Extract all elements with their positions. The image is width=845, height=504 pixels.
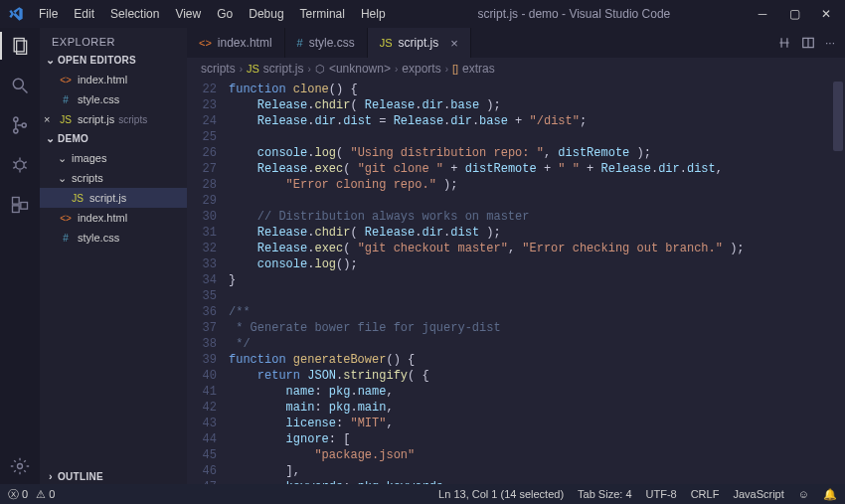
- line-number-gutter: 2223242526272829303132333435363738394041…: [187, 80, 229, 484]
- menu-bar: File Edit Selection View Go Debug Termin…: [32, 5, 393, 23]
- status-eol[interactable]: CRLF: [691, 488, 720, 500]
- svg-point-2: [13, 79, 23, 88]
- chevron-down-icon: ⌄: [58, 172, 72, 185]
- svg-point-6: [22, 123, 26, 127]
- svg-rect-15: [13, 206, 20, 213]
- section-label: OUTLINE: [58, 471, 103, 482]
- status-errors[interactable]: ⓧ 0: [8, 487, 28, 502]
- sidebar-explorer: EXPLORER ⌄ OPEN EDITORS <>index.html #st…: [40, 28, 187, 484]
- menu-debug[interactable]: Debug: [242, 5, 290, 23]
- menu-file[interactable]: File: [32, 5, 65, 23]
- file-script-js[interactable]: JSscript.js: [40, 188, 187, 208]
- breadcrumb-item[interactable]: <unknown>: [329, 62, 391, 76]
- symbol-array-icon: []: [452, 63, 458, 75]
- more-actions-icon[interactable]: ···: [825, 36, 835, 50]
- code-editor[interactable]: 2223242526272829303132333435363738394041…: [187, 80, 845, 484]
- file-name: index.html: [78, 212, 127, 224]
- feedback-icon[interactable]: ☺: [798, 488, 809, 500]
- status-lncol[interactable]: Ln 13, Col 1 (14 selected): [438, 488, 564, 500]
- window-title: script.js - demo - Visual Studio Code: [393, 7, 756, 21]
- notifications-icon[interactable]: 🔔: [823, 488, 837, 501]
- status-warnings[interactable]: ⚠ 0: [36, 488, 55, 501]
- debug-icon[interactable]: [8, 153, 32, 177]
- tab-style-css[interactable]: #style.css: [285, 28, 368, 58]
- folder-images[interactable]: ⌄images: [40, 148, 187, 168]
- window-controls: ─ ▢ ✕: [756, 7, 833, 21]
- status-tabsize[interactable]: Tab Size: 4: [578, 488, 631, 500]
- chevron-down-icon: ⌄: [58, 152, 72, 165]
- breadcrumb[interactable]: scripts › JS script.js › ⬡ <unknown> › e…: [187, 58, 845, 80]
- code-content[interactable]: function clone() { Release.chdir( Releas…: [229, 80, 845, 484]
- tab-index-html[interactable]: <>index.html: [187, 28, 285, 58]
- search-icon[interactable]: [8, 74, 32, 97]
- css-file-icon: #: [58, 94, 74, 105]
- css-file-icon: #: [58, 233, 74, 244]
- settings-gear-icon[interactable]: [8, 454, 32, 478]
- explorer-icon[interactable]: [8, 34, 32, 58]
- chevron-right-icon: ›: [240, 64, 243, 75]
- file-index-html[interactable]: <>index.html: [40, 208, 187, 228]
- section-open-editors[interactable]: ⌄ OPEN EDITORS: [40, 52, 187, 69]
- extensions-icon[interactable]: [8, 193, 32, 217]
- editor-actions: ···: [767, 28, 845, 58]
- vscode-logo-icon: [8, 6, 24, 22]
- chevron-right-icon: ›: [44, 470, 58, 482]
- file-hint: scripts: [118, 114, 147, 125]
- chevron-right-icon: ›: [445, 64, 448, 75]
- tab-script-js[interactable]: JSscript.js×: [368, 28, 471, 58]
- svg-point-4: [14, 117, 18, 121]
- svg-line-3: [23, 88, 28, 93]
- css-file-icon: #: [297, 37, 303, 49]
- editor-group: <>index.html #style.css JSscript.js× ···…: [187, 28, 845, 484]
- close-icon[interactable]: ×: [450, 36, 458, 51]
- file-name: script.js: [89, 192, 126, 204]
- status-language[interactable]: JavaScript: [733, 488, 783, 500]
- status-encoding[interactable]: UTF-8: [646, 488, 677, 500]
- menu-edit[interactable]: Edit: [67, 5, 101, 23]
- file-name: script.js: [78, 113, 114, 125]
- open-editor-item[interactable]: <>index.html: [40, 70, 187, 89]
- section-demo[interactable]: ⌄ DEMO: [40, 130, 187, 147]
- chevron-down-icon: ⌄: [44, 132, 58, 145]
- maximize-button[interactable]: ▢: [787, 7, 801, 21]
- svg-rect-16: [21, 203, 28, 210]
- breadcrumb-item[interactable]: extras: [462, 62, 495, 76]
- html-file-icon: <>: [58, 75, 74, 85]
- js-file-icon: JS: [380, 37, 393, 49]
- compare-changes-icon[interactable]: [777, 36, 791, 50]
- tab-label: script.js: [399, 36, 439, 50]
- svg-line-11: [13, 167, 16, 169]
- folder-name: images: [72, 152, 106, 164]
- menu-terminal[interactable]: Terminal: [293, 5, 352, 23]
- open-editor-item[interactable]: #style.css: [40, 89, 187, 109]
- chevron-down-icon: ⌄: [44, 54, 58, 67]
- svg-rect-14: [13, 198, 20, 205]
- menu-go[interactable]: Go: [210, 5, 240, 23]
- file-name: index.html: [78, 74, 127, 85]
- folder-scripts[interactable]: ⌄scripts: [40, 168, 187, 188]
- section-label: DEMO: [58, 133, 88, 144]
- chevron-right-icon: ›: [395, 64, 398, 75]
- open-editor-item[interactable]: ×JSscript.jsscripts: [40, 109, 187, 129]
- demo-tree: ⌄images ⌄scripts JSscript.js <>index.htm…: [40, 147, 187, 249]
- breadcrumb-item[interactable]: exports: [402, 62, 440, 76]
- menu-help[interactable]: Help: [354, 5, 393, 23]
- file-style-css[interactable]: #style.css: [40, 228, 187, 248]
- vertical-scrollbar[interactable]: [833, 82, 843, 151]
- menu-view[interactable]: View: [168, 5, 208, 23]
- close-button[interactable]: ✕: [819, 7, 833, 21]
- minimize-button[interactable]: ─: [756, 7, 769, 21]
- folder-name: scripts: [72, 172, 103, 184]
- breadcrumb-item[interactable]: script.js: [263, 62, 304, 76]
- chevron-right-icon: ›: [308, 64, 311, 75]
- status-bar: ⓧ 0 ⚠ 0 Ln 13, Col 1 (14 selected) Tab S…: [0, 484, 845, 504]
- tab-label: style.css: [309, 36, 355, 50]
- menu-selection[interactable]: Selection: [103, 5, 166, 23]
- svg-point-17: [18, 464, 23, 469]
- close-icon[interactable]: ×: [44, 113, 56, 125]
- tab-label: index.html: [218, 36, 272, 50]
- source-control-icon[interactable]: [8, 113, 32, 137]
- section-outline[interactable]: › OUTLINE: [40, 468, 187, 484]
- breadcrumb-item[interactable]: scripts: [201, 62, 236, 76]
- split-editor-icon[interactable]: [801, 36, 815, 50]
